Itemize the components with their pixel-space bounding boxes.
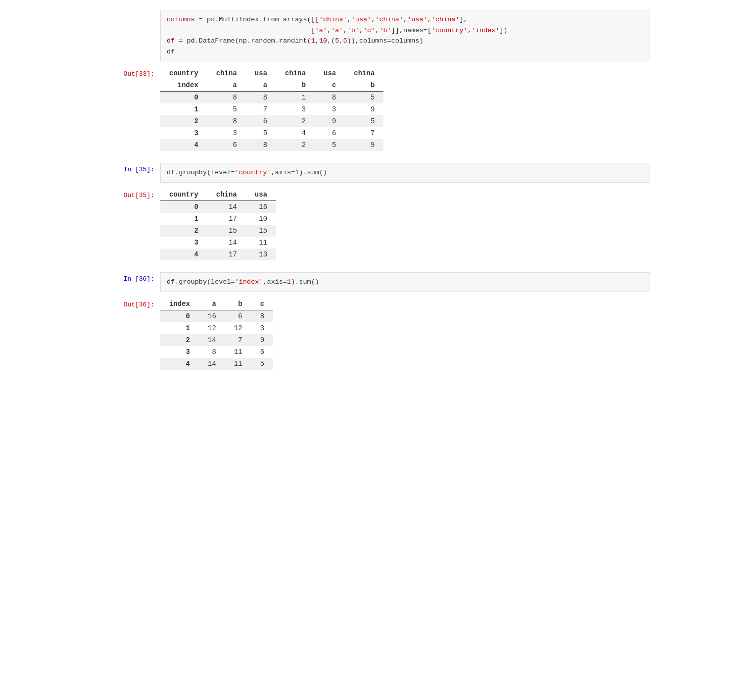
output-36-content: index a b c 01668 112123 21479 38116 414… <box>160 296 650 372</box>
table-35-header-row1: country china usa <box>160 189 276 201</box>
table-row: 157339 <box>160 103 383 115</box>
th-c: c <box>251 298 273 310</box>
output-33: Out[33]: country china usa china usa chi… <box>106 65 650 153</box>
cell-35-input: In [35]: df.groupby(level='country',axis… <box>106 163 650 183</box>
th-country-label: country <box>160 189 207 201</box>
output-35-content: country china usa 01416 11710 21515 3141… <box>160 187 650 262</box>
table-33-body: 088185 157339 286295 335467 468259 <box>160 92 383 151</box>
cell-33-input: columns = pd.MultiIndex.from_arrays([['c… <box>106 10 650 61</box>
th-b: b <box>225 298 251 310</box>
th-a: a <box>199 298 225 310</box>
table-row: 01416 <box>160 200 276 213</box>
th-index-label: index <box>160 298 199 310</box>
cell-33-label <box>106 10 160 61</box>
table-row: 41713 <box>160 249 276 260</box>
table-row: 414115 <box>160 358 273 370</box>
output-35-label: Out[35]: <box>106 187 160 262</box>
table-row: 112123 <box>160 322 273 334</box>
table-row: 286295 <box>160 115 383 127</box>
table-33-header-row2: index a a b c b <box>160 79 383 92</box>
output-33-content: country china usa china usa china index … <box>160 65 650 153</box>
cell-36-input: In [36]: df.groupby(level='index',axis=1… <box>106 272 650 292</box>
th-usa: usa <box>246 189 276 201</box>
th-a-2: a <box>246 79 276 92</box>
table-row: 21515 <box>160 225 276 237</box>
th-index-label: index <box>160 79 207 92</box>
table-35: country china usa 01416 11710 21515 3141… <box>160 189 276 260</box>
cell-33-code[interactable]: columns = pd.MultiIndex.from_arrays([['c… <box>160 10 650 61</box>
cell-36-code[interactable]: df.groupby(level='index',axis=1).sum() <box>160 272 650 292</box>
th-china-2: china <box>276 67 315 79</box>
th-china-1: china <box>207 67 246 79</box>
th-usa-1: usa <box>246 67 276 79</box>
th-usa-2: usa <box>315 67 345 79</box>
th-b-1: b <box>276 79 315 92</box>
table-row: 01668 <box>160 310 273 322</box>
th-b-2: b <box>345 79 383 92</box>
table-36-body: 01668 112123 21479 38116 414115 <box>160 310 273 370</box>
output-36-label: Out[36]: <box>106 296 160 372</box>
cell-36-label: In [36]: <box>106 272 160 292</box>
table-33: country china usa china usa china index … <box>160 67 383 151</box>
output-35: Out[35]: country china usa 01416 11710 2… <box>106 187 650 262</box>
table-row: 468259 <box>160 139 383 151</box>
cell-35-code[interactable]: df.groupby(level='country',axis=1).sum() <box>160 163 650 183</box>
th-c-1: c <box>315 79 345 92</box>
table-36-header-row1: index a b c <box>160 298 273 310</box>
th-china-3: china <box>345 67 383 79</box>
table-row: 11710 <box>160 213 276 225</box>
table-36: index a b c 01668 112123 21479 38116 414… <box>160 298 273 370</box>
table-row: 21479 <box>160 334 273 346</box>
table-row: 31411 <box>160 237 276 249</box>
table-row: 088185 <box>160 92 383 104</box>
table-33-header-row1: country china usa china usa china <box>160 67 383 79</box>
cell-35-label: In [35]: <box>106 163 160 183</box>
th-a-1: a <box>207 79 246 92</box>
output-33-label: Out[33]: <box>106 65 160 153</box>
notebook: columns = pd.MultiIndex.from_arrays([['c… <box>106 0 650 392</box>
output-36: Out[36]: index a b c 01668 112123 21479 … <box>106 296 650 372</box>
th-country-label: country <box>160 67 207 79</box>
table-row: 38116 <box>160 346 273 358</box>
table-row: 335467 <box>160 127 383 139</box>
table-35-body: 01416 11710 21515 31411 41713 <box>160 200 276 260</box>
th-china: china <box>207 189 246 201</box>
